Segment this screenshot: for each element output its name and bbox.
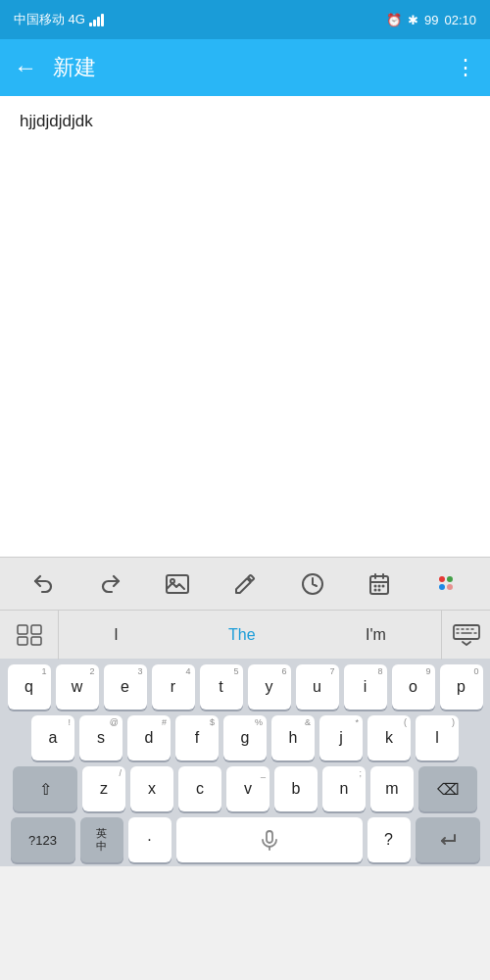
key-w[interactable]: 2w xyxy=(56,664,99,710)
status-right: ⏰ ✱ 99 02:10 xyxy=(386,13,476,27)
language-key[interactable]: 英中 xyxy=(80,817,123,862)
key-o[interactable]: 9o xyxy=(392,664,435,710)
signal-bar-3 xyxy=(97,17,100,26)
space-key[interactable] xyxy=(176,817,363,862)
svg-point-12 xyxy=(439,576,445,582)
key-b[interactable]: b xyxy=(274,766,318,811)
svg-rect-20 xyxy=(454,625,479,639)
overflow-menu-button[interactable]: ⋮ xyxy=(455,55,476,80)
signal-bar-1 xyxy=(89,23,92,26)
key-y[interactable]: 6y xyxy=(248,664,291,710)
undo-button[interactable] xyxy=(22,563,65,606)
svg-rect-28 xyxy=(267,831,272,843)
question-key[interactable]: ? xyxy=(368,817,411,862)
key-f[interactable]: $f xyxy=(175,715,219,760)
svg-point-14 xyxy=(439,584,445,590)
suggestion-menu-button[interactable] xyxy=(0,611,59,660)
keyboard-row-1: 1q 2w 3e 4r 5t 6y 7u 8i 9o 0p xyxy=(4,664,486,710)
key-r[interactable]: 4r xyxy=(152,664,195,710)
editor-content: hjjdjdjdjdk xyxy=(20,112,93,130)
enter-key[interactable] xyxy=(416,817,480,862)
shift-key[interactable]: ⇧ xyxy=(13,766,77,811)
svg-rect-0 xyxy=(167,575,188,593)
keyboard-row-2: !a @s #d $f %g &h *j (k )l xyxy=(4,715,486,760)
magic-button[interactable] xyxy=(425,563,468,606)
redo-button[interactable] xyxy=(89,563,132,606)
status-bar: 中国移动 4G ⏰ ✱ 99 02:10 xyxy=(0,0,490,39)
numbers-key[interactable]: ?123 xyxy=(11,817,75,862)
key-x[interactable]: x xyxy=(130,766,173,811)
key-l[interactable]: )l xyxy=(416,715,459,760)
key-c[interactable]: c xyxy=(178,766,221,811)
key-h[interactable]: &h xyxy=(271,715,315,760)
alarm-icon: ⏰ xyxy=(386,13,402,27)
suggestion-Im[interactable]: I'm xyxy=(348,618,404,652)
signal-bar-4 xyxy=(101,14,104,26)
key-i[interactable]: 8i xyxy=(344,664,387,710)
key-a[interactable]: !a xyxy=(31,715,74,760)
suggestion-The[interactable]: The xyxy=(211,618,273,652)
enter-icon xyxy=(437,831,459,849)
key-u[interactable]: 7u xyxy=(296,664,339,710)
key-n[interactable]: ;n xyxy=(322,766,366,811)
key-k[interactable]: (k xyxy=(368,715,411,760)
text-editor[interactable]: hjjdjdjdjdk xyxy=(0,96,490,557)
carrier-text: 中国移动 4G xyxy=(14,11,85,28)
status-carrier: 中国移动 4G xyxy=(14,11,104,28)
keyboard-row-4: ?123 英中 · ? xyxy=(4,817,486,862)
keyboard: 1q 2w 3e 4r 5t 6y 7u 8i 9o 0p !a @s #d $… xyxy=(0,659,490,866)
svg-rect-17 xyxy=(31,625,41,634)
svg-rect-19 xyxy=(31,637,41,645)
key-p[interactable]: 0p xyxy=(440,664,483,710)
app-bar: ← 新建 ⋮ xyxy=(0,39,490,96)
image-button[interactable] xyxy=(156,563,199,606)
hide-keyboard-button[interactable] xyxy=(441,611,490,660)
keyboard-row-3: ⇧ /z x c _v b ;n m ⌫ xyxy=(4,766,486,811)
key-t[interactable]: 5t xyxy=(200,664,243,710)
battery-indicator: 99 xyxy=(424,13,438,27)
svg-rect-18 xyxy=(18,637,27,645)
back-button[interactable]: ← xyxy=(14,54,37,81)
keyboard-toolbar xyxy=(0,557,490,610)
microphone-icon xyxy=(259,829,280,851)
key-z[interactable]: /z xyxy=(82,766,125,811)
key-g[interactable]: %g xyxy=(223,715,267,760)
key-d[interactable]: #d xyxy=(127,715,171,760)
suggestions-row: I The I'm xyxy=(0,610,490,659)
bluetooth-icon: ✱ xyxy=(408,13,418,27)
key-e[interactable]: 3e xyxy=(104,664,147,710)
key-s[interactable]: @s xyxy=(79,715,122,760)
key-j[interactable]: *j xyxy=(319,715,363,760)
svg-rect-16 xyxy=(18,625,27,634)
calendar-button[interactable] xyxy=(358,563,401,606)
clock-button[interactable] xyxy=(291,563,334,606)
signal-bars xyxy=(89,13,104,26)
suggestion-items: I The I'm xyxy=(59,618,441,652)
app-title: 新建 xyxy=(53,53,439,82)
svg-point-15 xyxy=(447,584,453,590)
signal-bar-2 xyxy=(93,20,96,26)
svg-point-13 xyxy=(447,576,453,582)
key-v[interactable]: _v xyxy=(226,766,270,811)
time-display: 02:10 xyxy=(444,13,476,27)
backspace-key[interactable]: ⌫ xyxy=(418,766,477,811)
period-key[interactable]: · xyxy=(128,817,172,862)
edit-button[interactable] xyxy=(223,563,267,606)
suggestion-I[interactable]: I xyxy=(96,618,135,652)
key-q[interactable]: 1q xyxy=(8,664,51,710)
key-m[interactable]: m xyxy=(370,766,414,811)
